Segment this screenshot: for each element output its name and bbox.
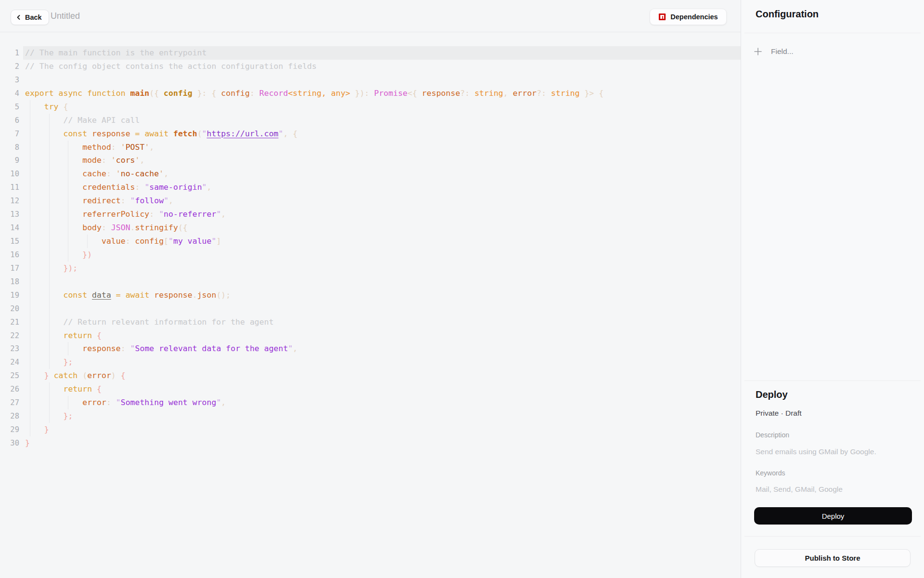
code-line-text: } catch (error) { — [25, 369, 126, 382]
code-line[interactable]: 17 }); — [0, 262, 741, 275]
code-token: body — [82, 223, 102, 232]
code-token: (); — [216, 290, 231, 300]
publish-to-store-button[interactable]: Publish to Store — [755, 549, 911, 567]
description-field[interactable]: Send emails using GMail by Google. — [756, 447, 876, 456]
code-token: = — [130, 129, 145, 138]
code-token — [25, 183, 82, 192]
code-token: error — [513, 89, 537, 98]
code-token: stringify — [135, 223, 178, 232]
line-number: 21 — [0, 315, 19, 329]
back-button[interactable]: Back — [11, 10, 49, 25]
code-token: ) — [111, 371, 121, 380]
code-token: " — [159, 210, 164, 219]
chevron-left-icon — [16, 14, 22, 20]
line-number: 6 — [0, 114, 19, 127]
dependencies-button[interactable]: Dependencies — [650, 9, 727, 25]
code-token: ' — [116, 169, 121, 178]
code-token — [25, 102, 44, 111]
line-number: 19 — [0, 289, 19, 302]
code-token — [25, 116, 63, 125]
code-token: response — [92, 129, 130, 138]
code-token: string — [475, 89, 503, 98]
add-field-button[interactable]: Field... — [741, 43, 924, 60]
code-token: " — [202, 129, 207, 138]
code-line[interactable]: 15 value: config["my value"] — [0, 235, 741, 248]
code-token: // Make API call — [63, 116, 140, 125]
code-token: Record — [259, 89, 288, 98]
code-line[interactable]: 20 — [0, 302, 741, 315]
code-line[interactable]: 26 return { — [0, 382, 741, 396]
code-line[interactable]: 3 — [0, 73, 741, 87]
code-token: follow — [135, 196, 164, 205]
code-line[interactable]: 18 — [0, 275, 741, 289]
code-token: response — [422, 89, 460, 98]
code-line[interactable]: 14 body: JSON.stringify({ — [0, 221, 741, 235]
code-line[interactable]: 25 } catch (error) { — [0, 369, 741, 382]
code-line[interactable]: 2// The config object contains the actio… — [0, 60, 741, 73]
line-number: 28 — [0, 409, 19, 423]
code-line-text: }) — [25, 248, 92, 262]
document-title[interactable]: Untitled — [51, 11, 80, 21]
code-line[interactable]: 4export async function main({ config }: … — [0, 87, 741, 100]
code-line-text: // Make API call — [25, 114, 140, 127]
code-token: : — [149, 210, 159, 219]
line-number: 7 — [0, 127, 19, 141]
code-line[interactable]: 16 }) — [0, 248, 741, 262]
code-token: ( — [82, 371, 87, 380]
code-line[interactable]: 23 response: "Some relevant data for the… — [0, 342, 741, 355]
line-number: 30 — [0, 436, 19, 450]
code-line[interactable]: 1// The main function is the entrypoint — [0, 46, 741, 60]
code-token: " — [202, 183, 207, 192]
line-number: 14 — [0, 221, 19, 235]
code-line[interactable]: 10 cache: 'no-cache', — [0, 167, 741, 181]
code-token: my value — [173, 236, 211, 246]
code-line[interactable]: 8 method: 'POST', — [0, 141, 741, 154]
code-editor[interactable]: 1// The main function is the entrypoint2… — [0, 0, 741, 578]
code-line-text: cache: 'no-cache', — [25, 167, 168, 181]
line-number: 9 — [0, 154, 19, 167]
code-token: Some relevant data for the agent — [135, 344, 288, 353]
code-line[interactable]: 27 error: "Something went wrong", — [0, 396, 741, 409]
line-number: 13 — [0, 208, 19, 221]
deploy-button[interactable]: Deploy — [754, 507, 912, 525]
code-token: " — [216, 210, 221, 219]
divider — [744, 33, 921, 33]
code-token: JSON — [111, 223, 130, 232]
code-token: ?: — [537, 89, 551, 98]
code-token: " — [288, 344, 293, 353]
code-line[interactable]: 22 return { — [0, 329, 741, 342]
code-token: , — [164, 169, 168, 178]
code-token: referrerPolicy — [82, 210, 149, 219]
code-line[interactable]: 28 }; — [0, 409, 741, 423]
code-line[interactable]: 19 const data = await response.json(); — [0, 289, 741, 302]
line-number: 5 — [0, 100, 19, 114]
code-line-text: }); — [25, 262, 77, 275]
code-line[interactable]: 13 referrerPolicy: "no-referrer", — [0, 208, 741, 221]
code-token: }) — [82, 250, 92, 259]
code-line[interactable]: 11 credentials: "same-origin", — [0, 181, 741, 194]
code-line-text: // The main function is the entrypoint — [25, 46, 207, 60]
code-line[interactable]: 24 }; — [0, 355, 741, 369]
code-line[interactable]: 30} — [0, 436, 741, 450]
code-token: // The config object contains the action… — [25, 62, 317, 71]
code-line[interactable]: 5 try { — [0, 100, 741, 114]
code-line[interactable]: 7 const response = await fetch("https://… — [0, 127, 741, 141]
code-token: redirect — [82, 196, 120, 205]
code-line-text: }; — [25, 409, 73, 423]
code-line[interactable]: 29 } — [0, 423, 741, 436]
code-line-text: mode: 'cors', — [25, 154, 144, 167]
code-token: }: { — [192, 89, 221, 98]
keywords-field[interactable]: Mail, Send, GMail, Google — [756, 485, 843, 494]
topbar: Back Untitled Dependencies — [0, 0, 741, 32]
code-token: : — [102, 223, 111, 232]
code-line[interactable]: 12 redirect: "follow", — [0, 194, 741, 208]
code-line[interactable]: 6 // Make API call — [0, 114, 741, 127]
code-line[interactable]: 9 mode: 'cors', — [0, 154, 741, 167]
code-token — [25, 250, 82, 259]
code-token: ' — [135, 156, 140, 165]
code-line[interactable]: 21 // Return relevant information for th… — [0, 315, 741, 329]
code-token — [25, 236, 102, 246]
line-number: 27 — [0, 396, 19, 409]
line-number: 29 — [0, 423, 19, 436]
line-number: 2 — [0, 60, 19, 73]
